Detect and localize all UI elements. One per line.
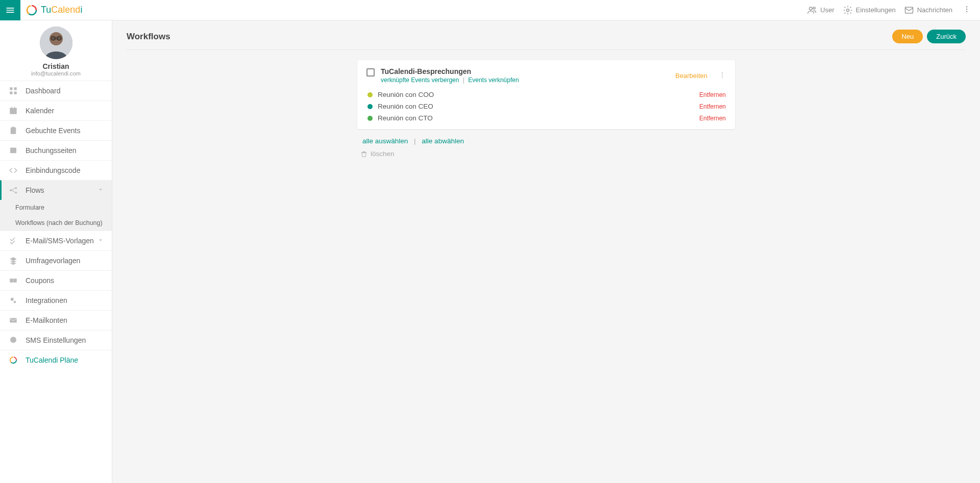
nav-emailkonten[interactable]: E-Mailkonten (0, 310, 112, 330)
svg-rect-21 (11, 107, 12, 109)
svg-point-9 (966, 11, 967, 12)
sidebar-nav: Dashboard Kalender Gebuchte Events Buchu… (0, 81, 112, 370)
topbar-kebab[interactable] (961, 5, 973, 15)
users-icon (807, 5, 817, 15)
page-title: Workflows (127, 32, 170, 42)
hamburger-icon (5, 5, 15, 15)
workflow-title-block: TuCalendi-Besprechungen verknüpfte Event… (381, 67, 669, 84)
kebab-icon (963, 5, 971, 13)
chat-icon (8, 336, 18, 345)
clipboard-icon (8, 126, 18, 135)
grid-icon (8, 86, 18, 95)
svg-point-8 (966, 9, 967, 10)
page-header: Workflows Neu Zurück (127, 30, 966, 50)
event-color-dot (368, 92, 373, 97)
event-remove-link[interactable]: Entfernen (699, 115, 726, 122)
sidebar: Cristian info@tucalendi.com Dashboard Ka… (0, 20, 112, 483)
nav-flows-workflows[interactable]: Workflows (nach der Buchung) (0, 215, 112, 231)
nav-einbindungscode[interactable]: Einbindungscode (0, 160, 112, 180)
page-actions: Neu Zurück (892, 30, 966, 43)
workflow-card-head: TuCalendi-Besprechungen verknüpfte Event… (366, 67, 726, 84)
brand[interactable]: TuCalendi (20, 4, 82, 16)
svg-rect-16 (14, 87, 17, 90)
workflow-checkbox[interactable] (366, 68, 375, 77)
workflow-kebab[interactable] (719, 71, 726, 80)
bulk-actions: alle auswählen | alle abwählen (357, 137, 735, 145)
svg-point-4 (813, 7, 815, 9)
deselect-all-link[interactable]: alle abwählen (422, 137, 464, 145)
delete-selected[interactable]: löschen (357, 150, 735, 158)
event-remove-link[interactable]: Entfernen (699, 103, 726, 110)
svg-rect-33 (10, 318, 17, 323)
nav-flows-subitems: Formulare Workflows (nach der Buchung) (0, 200, 112, 231)
back-button[interactable]: Zurück (927, 30, 966, 43)
svg-point-40 (722, 77, 723, 78)
nav-tucalendi-plaene[interactable]: TuCalendi Pläne (0, 350, 112, 370)
avatar-image (40, 27, 72, 59)
new-button[interactable]: Neu (892, 30, 923, 43)
svg-point-28 (15, 187, 17, 189)
svg-rect-18 (14, 92, 17, 94)
flow-icon (8, 186, 18, 195)
nav-label: Coupons (26, 276, 54, 285)
envelope-icon (904, 5, 914, 15)
nav-coupons[interactable]: Coupons (0, 270, 112, 290)
nav-umfragevorlagen[interactable]: Umfragevorlagen (0, 250, 112, 270)
svg-rect-20 (10, 108, 17, 110)
hide-linked-events-link[interactable]: verknüpfte Events verbergen (381, 77, 459, 84)
svg-rect-6 (905, 7, 913, 13)
select-all-link[interactable]: alle auswählen (362, 137, 408, 145)
brand-logo-icon (26, 4, 38, 16)
messages-link[interactable]: Nachrichten (904, 5, 952, 15)
nav-label: Umfragevorlagen (26, 257, 80, 265)
nav-sms-einstellungen[interactable]: SMS Einstellungen (0, 330, 112, 350)
svg-rect-26 (10, 148, 16, 149)
event-remove-link[interactable]: Entfernen (699, 91, 726, 98)
event-name: Reunión con COO (378, 91, 699, 98)
nav-buchungsseiten[interactable]: Buchungsseiten (0, 140, 112, 160)
event-row: Reunión con CEO Entfernen (368, 100, 726, 112)
svg-rect-24 (12, 127, 15, 129)
nav-label: E-Mailkonten (26, 316, 67, 324)
nav-kalender[interactable]: Kalender (0, 100, 112, 120)
nav-label: Buchungsseiten (26, 146, 77, 155)
svg-point-7 (966, 6, 967, 7)
nav-flows[interactable]: Flows (0, 180, 112, 200)
nav-email-sms-vorlagen[interactable]: E-Mail/SMS-Vorlagen (0, 231, 112, 250)
envelope-icon (8, 316, 18, 325)
nav-integrationen[interactable]: Integrationen (0, 290, 112, 310)
event-list: Reunión con COO Entfernen Reunión con CE… (366, 89, 726, 124)
svg-rect-12 (51, 37, 61, 40)
nav-label: Kalender (26, 107, 54, 115)
hamburger-menu-button[interactable] (0, 0, 20, 20)
nav-gebuchte-events[interactable]: Gebuchte Events (0, 120, 112, 140)
nav-label: Flows (26, 186, 44, 194)
brand-text: TuCalendi (41, 5, 82, 15)
event-color-dot (368, 104, 373, 109)
link-events-link[interactable]: Events verknüpfen (468, 77, 519, 84)
svg-point-38 (722, 72, 723, 73)
nav-flows-formulare[interactable]: Formulare (0, 200, 112, 215)
gears-icon (8, 296, 18, 305)
layers-icon (8, 256, 18, 265)
nav-label: SMS Einstellungen (26, 336, 86, 344)
page-icon (8, 146, 18, 155)
settings-link[interactable]: Einstellungen (843, 5, 896, 15)
settings-link-label: Einstellungen (856, 6, 896, 14)
edit-link[interactable]: Bearbeiten (675, 72, 707, 80)
avatar[interactable] (40, 27, 72, 59)
brand-logo-icon (8, 355, 18, 365)
separator: | (463, 77, 464, 84)
profile-name: Cristian (0, 62, 112, 70)
kebab-icon (719, 71, 726, 79)
user-link[interactable]: User (807, 5, 834, 15)
svg-point-39 (722, 74, 723, 75)
workflow-title: TuCalendi-Besprechungen (381, 67, 669, 75)
calendar-icon (8, 106, 18, 115)
separator: | (414, 137, 416, 145)
chevron-down-icon (97, 237, 104, 245)
svg-point-29 (15, 192, 17, 194)
nav-dashboard[interactable]: Dashboard (0, 81, 112, 100)
svg-point-5 (846, 9, 849, 11)
topbar-right: User Einstellungen Nachrichten (807, 5, 980, 15)
